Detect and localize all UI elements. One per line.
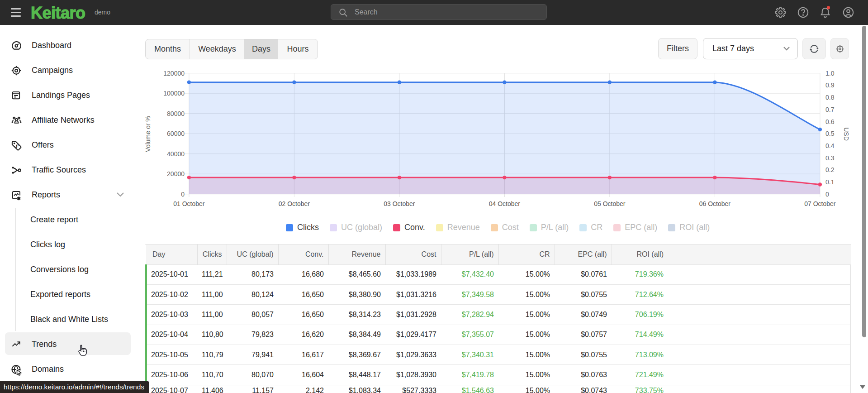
svg-text:0.6: 0.6 [825,118,835,125]
svg-text:0.9: 0.9 [825,81,835,89]
svg-text:0.2: 0.2 [825,166,835,173]
svg-text:100000: 100000 [163,90,185,97]
svg-text:0: 0 [825,191,829,198]
svg-text:05 October: 05 October [594,200,626,207]
svg-text:80000: 80000 [167,110,185,117]
svg-text:120000: 120000 [163,70,185,77]
svg-text:0: 0 [181,191,185,198]
svg-text:06 October: 06 October [699,200,731,207]
svg-text:20000: 20000 [167,170,185,177]
svg-text:0.5: 0.5 [825,130,835,137]
svg-text:0.7: 0.7 [825,106,835,113]
svg-text:Volume or %: Volume or % [144,116,152,152]
svg-text:0.4: 0.4 [825,142,835,149]
svg-text:0.3: 0.3 [825,154,835,162]
svg-text:02 October: 02 October [279,200,310,207]
svg-text:0.8: 0.8 [825,94,835,101]
svg-text:1.0: 1.0 [825,70,835,77]
svg-text:60000: 60000 [167,130,185,137]
svg-text:USD: USD [843,127,850,141]
svg-text:40000: 40000 [167,150,185,158]
svg-text:0.1: 0.1 [825,178,835,186]
svg-text:03 October: 03 October [384,200,415,207]
svg-text:01 October: 01 October [173,200,205,207]
svg-text:07 October: 07 October [804,200,836,207]
svg-text:04 October: 04 October [489,200,521,207]
